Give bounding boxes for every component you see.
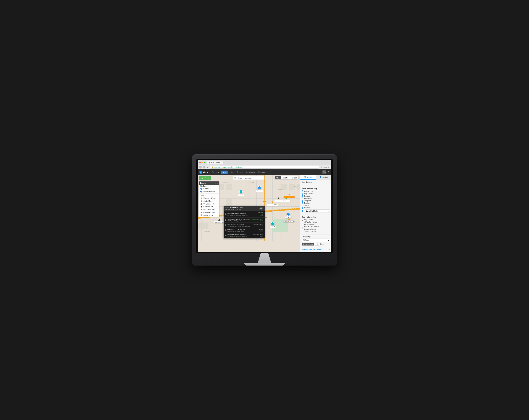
choose-date-btn[interactable]: 📅 Choose Date (302, 243, 314, 246)
time-range-select[interactable]: All Time (302, 238, 330, 242)
checkbox-unpublished-input[interactable] (302, 193, 303, 195)
svg-text:Hickory St: Hickory St (223, 182, 227, 183)
warning-marker[interactable]: ! (221, 215, 223, 217)
map-toolbar: New Job ▾ (199, 176, 211, 180)
user-icon[interactable]: LIVEGRID (322, 170, 326, 174)
worker-marker-14[interactable]: Worker14 (256, 186, 263, 192)
new-tab-btn[interactable] (225, 161, 230, 164)
new-job-button[interactable]: New Job ▾ (199, 176, 211, 180)
checkbox-unpublished-label: Unpublished (304, 193, 313, 195)
days-input[interactable] (315, 243, 320, 246)
legend-close-btn[interactable]: × (215, 182, 216, 184)
nav-map[interactable]: Map (221, 171, 227, 174)
tab-assign[interactable]: 👤 Assign (316, 175, 331, 180)
checkbox-job-labels-input[interactable] (302, 223, 303, 225)
legend-workers-title: Workers (199, 184, 219, 187)
worker-marker-3[interactable]: Worker3 (269, 222, 276, 228)
search-input[interactable] (233, 176, 264, 180)
legend-multi-jobs-label: Multiple Jobs (203, 214, 212, 216)
job-updates-toggle-btn[interactable]: − (329, 248, 330, 251)
job-marker-started-1[interactable]: Started Job (282, 197, 290, 202)
svg-rect-33 (198, 223, 201, 229)
legend-unassigned-item: Unassigned Job (199, 197, 219, 200)
checkbox-unassigned-input[interactable] (302, 190, 303, 192)
popup-job-row-3[interactable]: Springs Rd 3, 12353458 Cnr Springs rd & … (224, 223, 265, 228)
checkbox-completed-today: Completed Today (302, 209, 330, 213)
settings-gear-icon[interactable]: ⚙ (328, 171, 330, 173)
started-job-triangle-icon (285, 197, 287, 200)
checkbox-pending-input[interactable] (302, 195, 303, 197)
menu-btn[interactable]: ≡ (328, 166, 330, 168)
checkbox-paused-label: Paused (304, 207, 310, 209)
job-marker-completed-2[interactable]: Completed Job (214, 218, 225, 223)
checkbox-declined-label: Declined (304, 202, 310, 204)
multi-jobs-triangle-icon (200, 214, 202, 216)
svg-text:Harriet St: Harriet St (278, 189, 283, 190)
started-triangle-icon (200, 200, 202, 202)
tab-close-btn[interactable]: × (221, 162, 222, 163)
traffic-light-yellow[interactable] (201, 162, 203, 163)
legend-worker-item: Worker (199, 187, 219, 190)
unassigned-job-3-triangle-icon (288, 218, 290, 220)
checkbox-declined-input[interactable] (302, 202, 303, 204)
map-container: Fell St Hickory St Myrna St Oak St Lily … (198, 175, 300, 241)
traffic-light-red[interactable] (199, 162, 201, 163)
right-panel-tabs: 📋 Activity 👤 Assign (300, 175, 331, 180)
map-area[interactable]: Fell St Hickory St Myrna St Oak St Lily … (198, 175, 300, 252)
date-row: 📅 Choose Date Days (302, 243, 330, 246)
svg-marker-63 (278, 197, 279, 199)
monitor-stand-base (244, 263, 285, 265)
tab-activity[interactable]: 📋 Activity (300, 175, 316, 180)
popup-job-row-1[interactable]: McIver Poultry Ltd, Delivery 297 Waghorn… (224, 211, 265, 218)
worker-marker-9[interactable]: Worker9 (238, 190, 244, 196)
extension-btn[interactable]: NEW (324, 166, 327, 168)
bookmark-btn[interactable]: ☆ (320, 166, 323, 168)
address-bar[interactable]: 🔒 https://go.vworkapp.com/html_client/ma… (210, 166, 319, 169)
nav-messages[interactable]: Messages (257, 171, 268, 174)
checkbox-started-input[interactable] (302, 205, 303, 206)
svg-rect-28 (226, 184, 232, 190)
job-dot-1 (225, 213, 226, 215)
checkbox-unassigned-label: Unassigned (304, 190, 313, 192)
search-clear-btn[interactable]: × (263, 177, 264, 179)
legend-started-item: Started Job (199, 200, 219, 202)
nav-schedule[interactable]: Schedule (211, 171, 221, 174)
popup-job-row-4[interactable]: O'Reilly PD & DR 187, MTM 524 Totman Rd,… (224, 228, 265, 233)
checkbox-postponed-input[interactable] (302, 197, 303, 199)
checkbox-map-legend-input[interactable] (302, 219, 303, 221)
svg-marker-57 (201, 197, 202, 199)
checkbox-started: Started (302, 205, 330, 206)
completed-today-select[interactable]: Completed Today (304, 209, 330, 213)
popup-job-time-1: 10:00pm N 1.2hr (258, 212, 263, 217)
checkbox-paused-input[interactable] (302, 207, 303, 209)
nav-customers[interactable]: Customers (245, 171, 256, 174)
checkbox-assigned: Assigned (302, 200, 330, 202)
popup-job-row-2[interactable]: The Chicken Patch, Mount Breed- 284 Joyc… (224, 218, 265, 223)
legend-expand-btn[interactable]: › (217, 182, 218, 184)
map-options-toggle-btn[interactable]: − (329, 181, 330, 184)
checkbox-current-weather-input[interactable] (302, 228, 303, 230)
map-type-satellite[interactable]: Satellite (281, 176, 290, 179)
browser-tab[interactable]: Map | vWork × (207, 161, 224, 164)
refresh-btn[interactable]: ↻ (206, 166, 209, 168)
map-type-map[interactable]: Map (275, 176, 281, 179)
checkbox-worker-names-label: All Worker Names (304, 221, 317, 223)
forward-btn[interactable]: › (203, 166, 205, 169)
nav-reports[interactable]: Reports (235, 171, 244, 174)
nav-jobs[interactable]: Jobs (228, 171, 235, 174)
checkbox-paused: Paused (302, 207, 330, 209)
checkbox-traffic-input[interactable] (302, 231, 303, 232)
job-label-unassigned-2: Unassigned Job (267, 204, 278, 206)
popup-job-row-5[interactable]: McIver Poultry Ltd, Delivery 297 Waghorn… (224, 233, 265, 238)
map-type-greyed[interactable]: Greyed (290, 176, 298, 179)
job-marker-unassigned-2[interactable]: Unassigned Job (267, 201, 278, 206)
job-marker-unassigned-3[interactable]: Unassigned Job (284, 218, 294, 223)
checkbox-completed-today-input[interactable] (302, 210, 303, 212)
checkbox-selected-arrows-input[interactable] (302, 226, 303, 228)
traffic-light-green[interactable] (204, 162, 205, 163)
checkbox-worker-names-input[interactable] (302, 221, 303, 223)
back-btn[interactable]: ‹ (199, 166, 202, 169)
checkbox-assigned-input[interactable] (302, 200, 303, 202)
choose-date-label: Choose Date (305, 243, 313, 245)
browser-actions: ☆ NEW ≡ (320, 166, 330, 168)
